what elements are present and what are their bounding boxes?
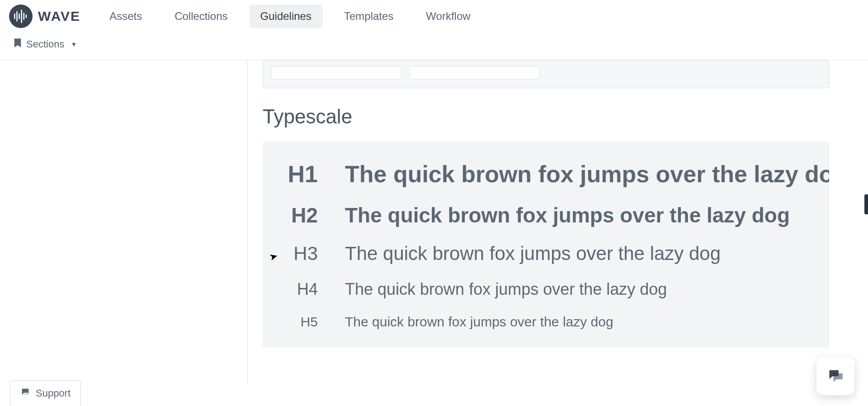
sub-bar: Sections ▼ <box>0 30 868 60</box>
typescale-row-h3: H3 The quick brown fox jumps over the la… <box>285 243 807 264</box>
typescale-label: H1 <box>285 161 318 188</box>
previous-block-stub <box>263 60 829 88</box>
card-placeholder <box>271 66 401 80</box>
brand-name: WAVE <box>38 9 80 24</box>
typescale-sample: The quick brown fox jumps over the lazy … <box>345 243 721 264</box>
brand-logo[interactable]: WAVE <box>9 5 80 28</box>
nav-templates[interactable]: Templates <box>333 5 404 28</box>
scroll-indicator <box>864 194 868 214</box>
sections-label: Sections <box>26 38 64 50</box>
nav-workflow[interactable]: Workflow <box>415 5 481 28</box>
typescale-sample: The quick brown fox jumps over the lazy … <box>345 161 829 188</box>
chat-bubbles-icon <box>827 367 844 385</box>
typescale-block: H1 The quick brown fox jumps over the la… <box>263 142 829 348</box>
top-bar: WAVE Assets Collections Guidelines Templ… <box>0 0 868 30</box>
typescale-sample: The quick brown fox jumps over the lazy … <box>345 280 667 299</box>
content-divider <box>247 60 248 385</box>
sections-dropdown[interactable]: Sections ▼ <box>14 38 77 51</box>
typescale-row-h4: H4 The quick brown fox jumps over the la… <box>285 280 807 299</box>
typescale-label: H3 <box>285 243 318 264</box>
support-label: Support <box>36 387 71 399</box>
card-placeholder <box>410 66 540 80</box>
content-column: Typescale H1 The quick brown fox jumps o… <box>247 60 844 385</box>
typescale-row-h2: H2 The quick brown fox jumps over the la… <box>285 203 807 227</box>
main-area: Typescale H1 The quick brown fox jumps o… <box>0 60 868 385</box>
chat-icon <box>20 387 30 400</box>
bookmark-icon <box>14 38 22 51</box>
wave-logo-icon <box>9 5 33 28</box>
chat-fab[interactable] <box>816 357 854 395</box>
typescale-label: H5 <box>285 314 318 330</box>
nav-assets[interactable]: Assets <box>99 5 153 28</box>
chevron-down-icon: ▼ <box>71 41 77 48</box>
typescale-heading: Typescale <box>263 105 829 128</box>
typescale-sample: The quick brown fox jumps over the lazy … <box>345 203 790 227</box>
support-button[interactable]: Support <box>10 380 81 406</box>
typescale-row-h5: H5 The quick brown fox jumps over the la… <box>285 314 807 330</box>
typescale-row-h1: H1 The quick brown fox jumps over the la… <box>285 161 807 188</box>
main-nav: Assets Collections Guidelines Templates … <box>99 5 481 28</box>
nav-guidelines[interactable]: Guidelines <box>250 5 322 28</box>
typescale-label: H4 <box>285 280 318 299</box>
typescale-sample: The quick brown fox jumps over the lazy … <box>345 314 613 330</box>
nav-collections[interactable]: Collections <box>164 5 238 28</box>
typescale-label: H2 <box>285 203 318 227</box>
